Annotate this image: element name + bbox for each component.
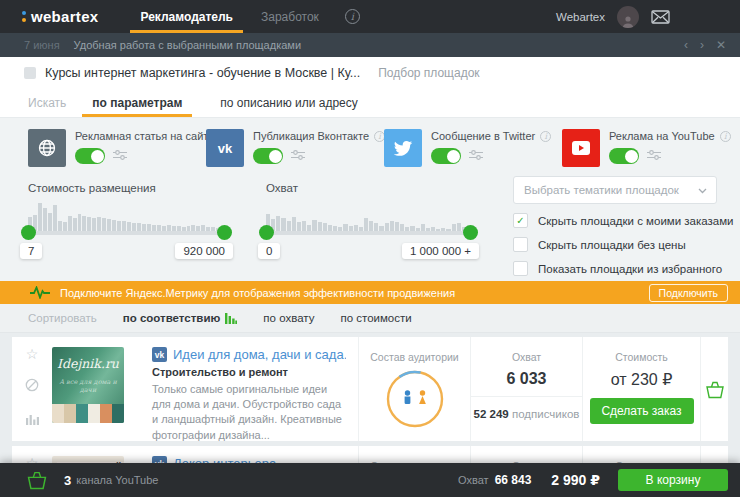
sort-by-price[interactable]: по стоимости [340, 312, 411, 324]
reach-slider-track[interactable] [266, 231, 471, 235]
campaign-row: Курсы интернет маркетинга - обучение в М… [0, 57, 740, 88]
add-to-basket-icon[interactable] [705, 380, 725, 399]
channel-site-label: Рекламная статья на сайте [75, 130, 214, 142]
reach-slider-min-handle[interactable] [259, 225, 274, 240]
metrika-banner: Подключите Яндекс.Метрику для отображени… [0, 281, 740, 304]
webartex-app: webartex Рекламодатель Заработок i Webar… [0, 0, 740, 497]
tab-by-description[interactable]: по описанию или адресу [208, 88, 369, 117]
price-column: Стоимость от 230 ₽ Сделать заказ [582, 337, 700, 441]
price-slider-track[interactable] [28, 231, 225, 235]
listing-title[interactable]: Идеи для дома, дачи и сада. Дек... [173, 347, 346, 362]
channel-youtube-label: Реклама на YouTube [609, 130, 715, 142]
reach-min-value: 0 [258, 243, 280, 259]
reach-column: Охват 6 033 52 249 подписчиков [470, 337, 582, 441]
header-account-area: Webartex [556, 0, 670, 33]
checkbox-hide-my-orders[interactable]: ✓ Скрыть площадки с моими заказами [513, 213, 717, 228]
cart-count-label: канала YouTube [76, 474, 158, 486]
prev-announcement-icon[interactable]: ‹ [684, 39, 688, 51]
sort-row: Сортировать по соответствию по охвату по… [0, 304, 740, 333]
reach-filter-label: Охват [266, 182, 471, 194]
signal-bars-icon [225, 312, 237, 324]
audience-donut-chart [384, 368, 446, 434]
sort-by-reach[interactable]: по охвату [263, 312, 314, 324]
avatar-icon[interactable] [617, 6, 639, 28]
connect-metrika-button[interactable]: Подключить [649, 284, 728, 302]
globe-icon [28, 129, 66, 167]
subscribers: 52 249 подписчиков [474, 408, 580, 420]
basket-column [700, 337, 728, 441]
channel-vk-toggle[interactable] [253, 148, 283, 164]
reach-value: 6 033 [506, 370, 546, 388]
tab-by-parameters[interactable]: по параметрам [80, 88, 194, 117]
nav-earnings[interactable]: Заработок [247, 0, 333, 33]
top-header: webartex Рекламодатель Заработок i Webar… [0, 0, 740, 33]
announcement-date: 7 июня [24, 39, 60, 51]
channel-youtube: Реклама на YouTube i [562, 129, 740, 167]
info-icon[interactable]: i [720, 131, 731, 142]
search-label: Искать [28, 96, 66, 110]
channel-vk-label: Публикация Вконтакте [253, 130, 369, 142]
campaign-checkbox[interactable] [24, 67, 36, 79]
checkbox-show-favorites[interactable]: ✓ Показать площадки из избранного [513, 261, 717, 276]
listing-card: ☆ Idejnik.ru А все для дома и дачи [12, 337, 728, 441]
price-slider-max-handle[interactable] [217, 225, 232, 240]
channel-site-settings-icon[interactable] [113, 147, 127, 165]
channel-vk-settings-icon[interactable] [291, 147, 305, 165]
listing-description: Только самые оригинальные идеи для дома … [152, 382, 346, 443]
price-max-value: 920 000 [175, 243, 233, 259]
favorite-star-icon[interactable]: ☆ [26, 347, 39, 361]
price-value: от 230 ₽ [611, 370, 673, 389]
block-icon[interactable] [25, 378, 39, 395]
channel-vk: vk Публикация Вконтакте i [206, 129, 384, 167]
price-min-value: 7 [20, 243, 42, 259]
announcement-bar: 7 июня Удобная работа с выбранными площа… [0, 33, 740, 57]
price-histogram [28, 201, 225, 231]
female-icon [419, 390, 426, 404]
pulse-icon [30, 286, 50, 299]
reach-filter: Охват 0 1 000 000 + [266, 182, 471, 246]
mail-icon[interactable] [651, 10, 670, 24]
cart-basket-icon[interactable] [26, 470, 48, 490]
listing-content: vk Идеи для дома, дачи и сада. Дек... Ст… [140, 337, 358, 441]
channel-twitter-settings-icon[interactable] [469, 147, 483, 165]
close-announcement-icon[interactable]: ✕ [716, 39, 726, 51]
reach-slider-max-handle[interactable] [463, 225, 478, 240]
reach-histogram [266, 201, 471, 231]
stats-icon[interactable] [26, 412, 39, 428]
price-slider-min-handle[interactable] [21, 225, 36, 240]
vk-icon: vk [206, 129, 244, 167]
checkbox-unchecked-icon: ✓ [513, 237, 528, 252]
checkbox-hide-no-price[interactable]: ✓ Скрыть площадки без цены [513, 237, 717, 252]
listing-thumbnail[interactable]: Idejnik.ru А все для дома и дачи [52, 337, 140, 441]
site-selection-link[interactable]: Подбор площадок [378, 66, 479, 80]
channel-site-toggle[interactable] [75, 148, 105, 164]
filters-section: Рекламная статья на сайте i vk Публик [0, 118, 740, 281]
themes-select[interactable]: Выбрать тематики площадок [513, 176, 717, 204]
cart-reach-label: Охват [458, 474, 489, 486]
place-order-button[interactable]: Сделать заказ [590, 398, 694, 424]
info-icon[interactable]: i [345, 9, 360, 24]
audience-column: Состав аудитории [358, 337, 470, 441]
account-name[interactable]: Webartex [556, 11, 605, 23]
to-cart-button[interactable]: В корзину [618, 469, 728, 491]
sort-by-relevance[interactable]: по соответствию [123, 312, 238, 324]
metrika-banner-text: Подключите Яндекс.Метрику для отображени… [60, 287, 455, 299]
search-tabs-row: Искать по параметрам по описанию или адр… [0, 88, 740, 118]
themes-select-placeholder: Выбрать тематики площадок [524, 184, 679, 196]
male-icon [404, 390, 410, 404]
nav-advertiser[interactable]: Рекламодатель [126, 0, 247, 33]
logo-dots-icon [22, 11, 26, 22]
channel-youtube-settings-icon[interactable] [647, 147, 661, 165]
filter-options-column: Выбрать тематики площадок ✓ Скрыть площа… [513, 176, 717, 276]
thumbnail-pillows [52, 404, 124, 423]
sort-label: Сортировать [28, 312, 97, 324]
channel-twitter-toggle[interactable] [431, 148, 461, 164]
webartex-logo[interactable]: webartex [22, 8, 98, 25]
chevron-down-icon [698, 188, 707, 194]
channel-youtube-toggle[interactable] [609, 148, 639, 164]
card-actions-rail: ☆ [12, 337, 52, 441]
checkbox-checked-icon: ✓ [513, 213, 528, 228]
twitter-icon [384, 129, 422, 167]
next-announcement-icon[interactable]: › [700, 39, 704, 51]
info-icon[interactable]: i [540, 131, 551, 142]
